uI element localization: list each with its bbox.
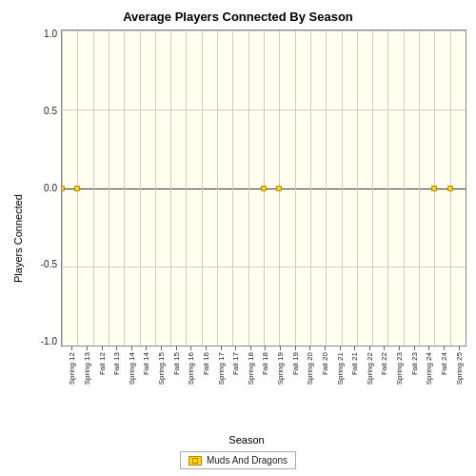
x-tick-mark: [354, 347, 355, 350]
x-tick-mark: [399, 347, 400, 350]
plot-area: [61, 30, 466, 347]
grid-line-v: [404, 30, 405, 346]
y-tick-label: -1.0: [41, 337, 57, 347]
grid-line-v: [372, 30, 373, 346]
x-tick-wrapper: Fall 12: [94, 347, 109, 432]
legend-dot: [192, 458, 198, 464]
x-ticks: Spring 12Spring 13Fall 12Fall 13Spring 1…: [27, 347, 466, 432]
plot-and-yaxis: 1.00.50.0-0.5-1.0: [27, 30, 466, 347]
x-tick-mark: [340, 347, 341, 350]
x-tick-mark: [146, 347, 147, 350]
x-tick-wrapper: Fall 19: [288, 347, 303, 432]
grid-line-v: [419, 30, 420, 346]
chart-inner: 1.00.50.0-0.5-1.0 Spring 12Spring 13Fall: [27, 30, 466, 447]
x-tick-label: Spring 13: [83, 352, 91, 385]
x-tick-label: Spring 24: [425, 352, 433, 385]
x-tick-wrapper: Fall 16: [199, 347, 214, 432]
x-tick-label: Fall 21: [350, 352, 359, 375]
y-tick-label: 1.0: [44, 30, 57, 39]
y-tick-label: -0.5: [41, 260, 57, 269]
grid-line-v: [202, 30, 203, 346]
x-tick-mark: [87, 347, 88, 350]
x-tick-label: Fall 13: [112, 352, 121, 375]
chart-area: Players Connected 1.00.50.0-0.5-1.0: [10, 30, 466, 447]
x-tick-label: Spring 20: [306, 352, 314, 385]
grid-line-v: [310, 30, 311, 346]
grid-line-v: [93, 30, 94, 346]
x-tick-label: Spring 21: [336, 352, 345, 385]
y-ticks: 1.00.50.0-0.5-1.0: [27, 30, 61, 347]
x-tick-wrapper: Fall 18: [258, 347, 273, 432]
x-tick-wrapper: Fall 24: [437, 347, 452, 432]
x-tick-wrapper: Spring 12: [65, 347, 80, 432]
y-axis-label: Players Connected: [10, 30, 27, 447]
data-point: [447, 186, 453, 191]
x-tick-wrapper: Fall 21: [347, 347, 363, 432]
x-tick-mark: [190, 347, 191, 350]
x-tick-label: Spring 15: [157, 352, 166, 385]
x-tick-mark: [176, 347, 177, 350]
x-tick-mark: [384, 347, 385, 350]
x-tick-label: Fall 12: [98, 352, 107, 375]
x-tick-wrapper: Fall 14: [139, 347, 154, 432]
x-tick-label: Fall 18: [261, 352, 269, 375]
x-tick-label: Spring 14: [128, 352, 136, 385]
x-tick-label: Fall 16: [202, 352, 210, 375]
x-tick-mark: [444, 347, 445, 350]
data-point: [61, 186, 65, 191]
x-tick-mark: [369, 347, 370, 350]
x-tick-wrapper: Fall 17: [228, 347, 244, 432]
x-tick-label: Fall 15: [172, 352, 181, 375]
legend-icon: [188, 456, 202, 466]
x-tick-wrapper: Spring 25: [451, 347, 466, 432]
x-tick-wrapper: Spring 22: [363, 347, 378, 432]
x-tick-mark: [206, 347, 207, 350]
grid-line-v: [466, 30, 466, 346]
grid-line-v: [342, 30, 343, 346]
x-tick-mark: [309, 347, 310, 350]
grid-line-v: [357, 30, 358, 346]
legend-label: Muds And Dragons: [207, 455, 288, 466]
grid-line-v: [232, 30, 233, 346]
grid-line-v: [109, 30, 109, 346]
x-tick-mark: [280, 347, 281, 350]
x-tick-wrapper: Spring 14: [125, 347, 140, 432]
x-tick-wrapper: Spring 19: [273, 347, 288, 432]
grid-line-v: [140, 30, 141, 346]
x-tick-label: Spring 16: [187, 352, 195, 385]
x-tick-mark: [459, 347, 460, 350]
x-tick-label: Fall 19: [291, 352, 300, 375]
x-tick-mark: [295, 347, 296, 350]
x-tick-wrapper: Fall 15: [169, 347, 184, 432]
x-tick-label: Fall 24: [440, 352, 448, 375]
x-tick-mark: [414, 347, 415, 350]
x-tick-label: Spring 23: [395, 352, 404, 385]
x-tick-mark: [102, 347, 103, 350]
x-tick-wrapper: Fall 22: [377, 347, 392, 432]
data-point: [276, 186, 282, 191]
data-point: [431, 186, 437, 191]
x-tick-wrapper: Spring 16: [184, 347, 199, 432]
x-tick-wrapper: Fall 20: [318, 347, 333, 432]
grid-line-v: [248, 30, 249, 346]
grid-line-v: [326, 30, 327, 346]
x-axis-label: Season: [27, 434, 466, 446]
x-tick-wrapper: Spring 18: [244, 347, 259, 432]
x-tick-label: Spring 12: [68, 352, 76, 385]
legend: Muds And Dragons: [180, 451, 296, 469]
x-tick-wrapper: Spring 21: [332, 347, 347, 432]
x-tick-label: Fall 17: [231, 352, 240, 375]
x-tick-label: Spring 17: [217, 352, 226, 385]
grid-line-v: [155, 30, 156, 346]
x-tick-wrapper: Spring 23: [392, 347, 407, 432]
y-tick-label: 0.5: [44, 107, 57, 116]
x-tick-label: Spring 18: [247, 352, 255, 385]
x-tick-mark: [221, 347, 222, 350]
grid-line-v: [217, 30, 218, 346]
y-tick-label: 0.0: [44, 184, 57, 193]
x-tick-mark: [235, 347, 236, 350]
x-tick-wrapper: Spring 20: [303, 347, 318, 432]
grid-line-v: [170, 30, 171, 346]
x-tick-wrapper: Spring 15: [154, 347, 169, 432]
x-tick-label: Fall 22: [380, 352, 388, 375]
